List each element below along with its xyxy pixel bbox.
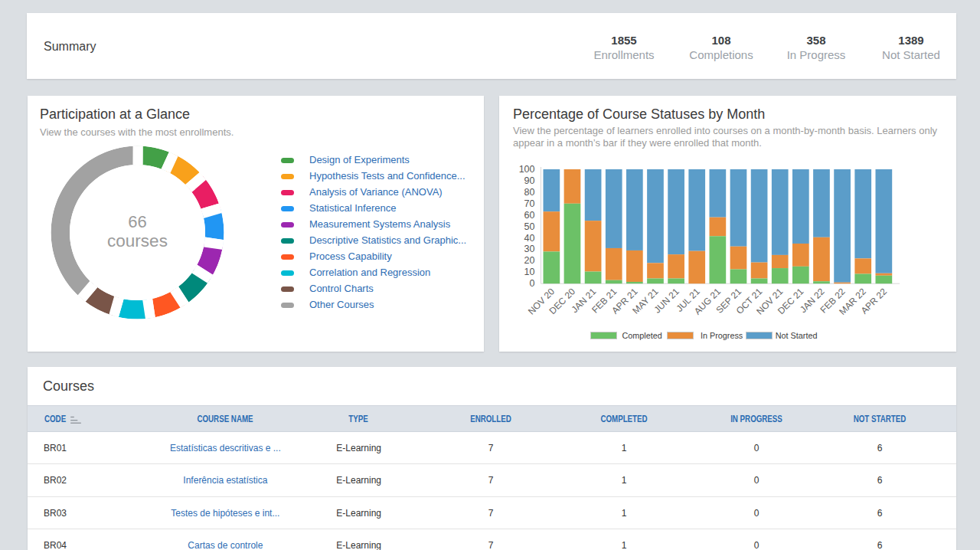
svg-text:courses: courses <box>107 231 168 250</box>
svg-text:70: 70 <box>524 198 535 209</box>
svg-text:100: 100 <box>519 164 535 175</box>
svg-text:20: 20 <box>524 255 535 266</box>
svg-text:50: 50 <box>524 221 535 232</box>
svg-text:30: 30 <box>524 244 535 254</box>
svg-text:60: 60 <box>524 210 535 221</box>
svg-text:90: 90 <box>524 175 535 186</box>
svg-text:80: 80 <box>524 187 535 198</box>
svg-text:10: 10 <box>524 267 535 277</box>
svg-text:40: 40 <box>524 233 535 244</box>
svg-text:0: 0 <box>530 278 535 289</box>
svg-text:66: 66 <box>128 212 146 231</box>
